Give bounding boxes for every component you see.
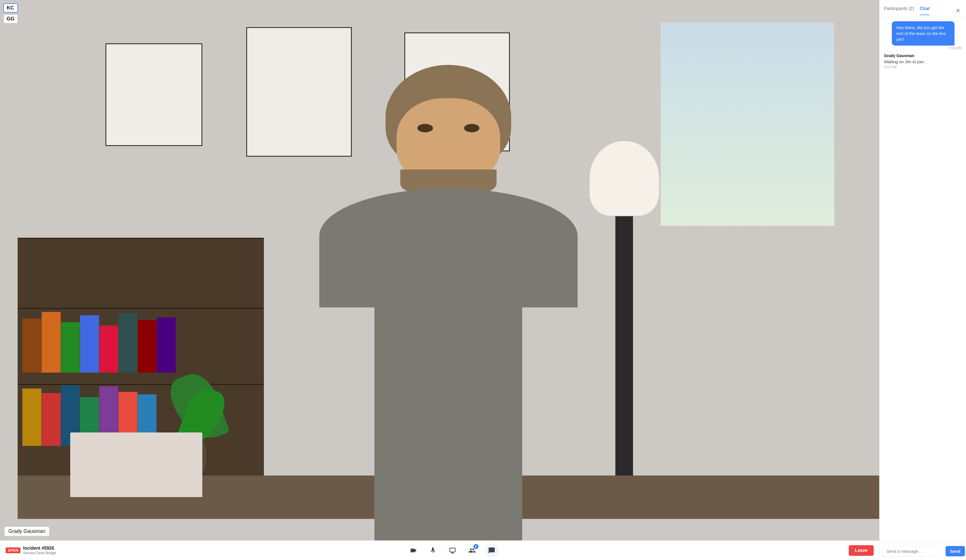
camera-icon (410, 547, 417, 554)
message-sender: Grady Gausman (884, 53, 925, 58)
video-container: KC GG Grady Gausman (0, 0, 879, 540)
leave-button[interactable]: Leave (849, 545, 874, 556)
main-layout: KC GG Grady Gausman OPEN Incident #5926 … (0, 0, 966, 560)
participants-badge: 2 (473, 544, 478, 549)
tab-participants[interactable]: Participants (2) (884, 6, 914, 15)
chat-header: Participants (2) Chat ✕ (879, 0, 966, 17)
name-label: Grady Gausman (5, 527, 49, 536)
books-top (22, 305, 259, 373)
shelf-top (18, 238, 264, 238)
mic-icon (429, 547, 437, 554)
laptop (70, 432, 202, 498)
chat-panel: Participants (2) Chat ✕ Hey there, did y… (879, 0, 966, 560)
window (660, 21, 835, 227)
incident-subtitle: Service Desk Bridge (23, 551, 56, 555)
window-view (661, 23, 834, 226)
chat-icon (488, 547, 495, 554)
chat-input-area: Send (879, 542, 966, 560)
chat-tabs: Participants (2) Chat (884, 6, 930, 15)
participants-button[interactable]: 2 (465, 544, 479, 557)
incoming-message-1: Grady Gausman Waiting on Jim to join. 5:… (884, 53, 925, 69)
controls: 2 (406, 544, 499, 557)
message-time-outgoing: 5:03 PM (892, 46, 961, 50)
shoulders (319, 189, 578, 307)
message-text-incoming: Waiting on Jim to join. (884, 59, 925, 65)
screen-share-button[interactable] (445, 544, 460, 557)
camera-button[interactable] (406, 544, 420, 557)
tab-chat[interactable]: Chat (920, 6, 930, 15)
close-chat-button[interactable]: ✕ (955, 6, 961, 15)
chat-toggle-button[interactable] (485, 544, 499, 557)
badge-kc[interactable]: KC (3, 3, 18, 13)
video-area: KC GG Grady Gausman OPEN Incident #5926 … (0, 0, 879, 560)
participant-badges: KC GG (3, 3, 18, 23)
video-scene (0, 0, 879, 540)
mic-button[interactable] (426, 544, 440, 557)
wall-frame-1 (105, 43, 202, 146)
outgoing-message-1: Hey there, did you get the rest of the t… (892, 21, 961, 50)
incident-badge: OPEN (6, 547, 20, 553)
eye-left (417, 124, 433, 133)
chat-messages: Hey there, did you get the rest of the t… (879, 17, 966, 542)
send-button[interactable]: Send (946, 546, 965, 557)
incident-number: Incident #5926 (23, 546, 56, 551)
bottom-bar: OPEN Incident #5926 Service Desk Bridge (0, 540, 879, 560)
eye-right (464, 124, 480, 133)
badge-gg[interactable]: GG (3, 14, 18, 23)
screen-share-icon (449, 547, 456, 554)
chat-input[interactable] (883, 546, 943, 557)
person (264, 65, 633, 540)
message-bubble-outgoing: Hey there, did you get the rest of the t… (892, 21, 955, 46)
message-time-incoming: 5:03 PM (884, 65, 925, 69)
incident-info-area: OPEN Incident #5926 Service Desk Bridge (6, 546, 56, 555)
incident-details: Incident #5926 Service Desk Bridge (23, 546, 56, 555)
frame-content (106, 44, 202, 145)
